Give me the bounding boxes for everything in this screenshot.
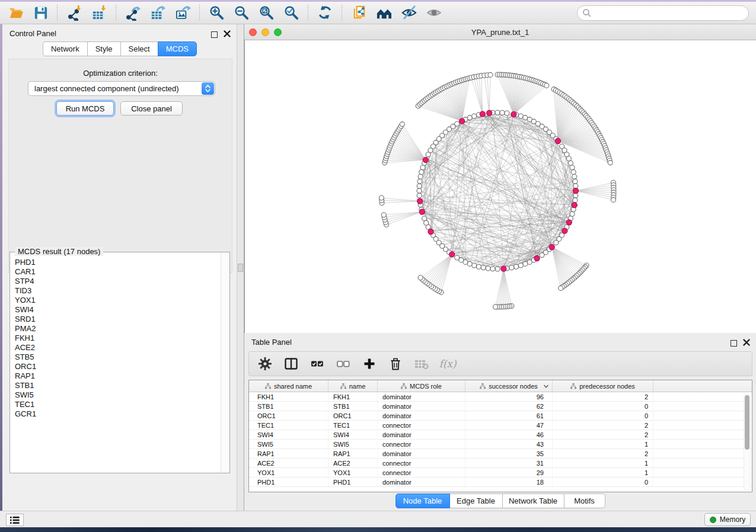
show-all-button[interactable] <box>423 4 444 23</box>
graph-node[interactable] <box>417 184 422 188</box>
graph-node[interactable] <box>540 253 544 258</box>
tab-network-table[interactable]: Network Table <box>502 493 564 508</box>
mcds-result-item[interactable]: ORC1 <box>15 362 221 371</box>
columns-button[interactable] <box>282 355 300 373</box>
table-row[interactable]: ACE2ACE2connector311 <box>249 459 752 468</box>
export-table-button[interactable] <box>147 4 168 23</box>
graph-node[interactable] <box>518 263 523 268</box>
mcds-result-item[interactable]: FKH1 <box>15 334 221 343</box>
float-panel-icon[interactable] <box>211 31 218 38</box>
graph-node[interactable] <box>566 156 571 161</box>
tab-mcds[interactable]: MCDS <box>158 41 197 56</box>
copy-share-button[interactable] <box>348 4 369 23</box>
column-header-predecessor-nodes[interactable]: predecessor nodes <box>553 380 653 392</box>
graph-leaf-node[interactable] <box>493 305 498 309</box>
mcds-result-item[interactable]: YOX1 <box>15 296 221 305</box>
refresh-button[interactable] <box>314 4 336 23</box>
graph-leaf-node[interactable] <box>608 161 613 165</box>
graph-mcds-node[interactable] <box>423 157 428 162</box>
mcds-result-item[interactable]: SRD1 <box>15 315 221 324</box>
graph-node[interactable] <box>509 265 514 270</box>
zoom-out-button[interactable] <box>231 4 252 23</box>
graph-node[interactable] <box>518 114 523 118</box>
graph-node[interactable] <box>573 198 578 203</box>
graph-node[interactable] <box>455 121 460 126</box>
optimization-criterion-select[interactable]: largest connected component (undirected) <box>28 81 215 96</box>
houses-button[interactable] <box>373 4 394 23</box>
graph-leaf-node[interactable] <box>488 72 493 77</box>
graph-node[interactable] <box>476 264 481 269</box>
table-row[interactable]: ORC1ORC1dominator610 <box>249 411 752 421</box>
graph-node[interactable] <box>417 179 422 184</box>
hide-selected-button[interactable] <box>398 4 419 23</box>
graph-mcds-node[interactable] <box>501 266 506 271</box>
graph-leaf-node[interactable] <box>611 197 615 202</box>
graph-leaf-node[interactable] <box>418 275 423 280</box>
node-table[interactable]: shared namenameMCDS rolesuccessor nodesp… <box>248 380 752 492</box>
column-header-MCDS-role[interactable]: MCDS role <box>378 380 465 392</box>
tab-network[interactable]: Network <box>43 41 88 56</box>
mcds-result-item[interactable]: GCR1 <box>15 409 221 419</box>
table-row[interactable]: TEC1TEC1connector472 <box>249 421 752 430</box>
graph-mcds-node[interactable] <box>460 118 465 124</box>
mcds-result-item[interactable]: STB5 <box>15 352 221 362</box>
table-scrollbar[interactable] <box>744 393 751 491</box>
mcds-result-list[interactable]: PHD1CAR1STP4TID3YOX1SWI4SRD1PMA2FKH1ACE2… <box>11 254 221 471</box>
close-panel-button[interactable]: Close panel <box>120 101 183 116</box>
mcds-result-item[interactable]: TEC1 <box>15 400 221 409</box>
mcds-result-item[interactable]: PHD1 <box>15 258 221 267</box>
tab-motifs[interactable]: Motifs <box>564 493 605 508</box>
graph-leaf-node[interactable] <box>400 122 404 127</box>
graph-node[interactable] <box>495 110 500 115</box>
graph-node[interactable] <box>570 211 575 216</box>
graph-node[interactable] <box>455 255 460 260</box>
table-row[interactable]: STB1STB1dominator620 <box>249 402 752 411</box>
column-header-shared-name[interactable]: shared name <box>249 380 328 392</box>
graph-node[interactable] <box>572 174 577 179</box>
mcds-result-item[interactable]: ACE2 <box>15 343 221 352</box>
graph-node[interactable] <box>472 263 477 268</box>
network-view[interactable] <box>244 40 756 333</box>
graph-node[interactable] <box>523 116 528 120</box>
zoom-selected-button[interactable] <box>280 4 302 23</box>
graph-mcds-node[interactable] <box>428 229 433 234</box>
save-button[interactable] <box>30 4 51 23</box>
mcds-result-item[interactable]: SWI5 <box>15 390 221 400</box>
run-mcds-button[interactable]: Run MCDS <box>56 101 114 116</box>
graph-mcds-node[interactable] <box>449 252 455 257</box>
graph-node[interactable] <box>500 110 505 115</box>
graph-node[interactable] <box>505 111 509 116</box>
tab-edge-table[interactable]: Edge Table <box>449 493 503 508</box>
search-input[interactable] <box>577 5 749 21</box>
zoom-in-button[interactable] <box>206 4 227 23</box>
graph-node[interactable] <box>419 169 424 174</box>
graph-node[interactable] <box>571 169 576 174</box>
close-table-panel-icon[interactable] <box>743 338 750 348</box>
graph-mcds-node[interactable] <box>419 209 425 214</box>
graph-mcds-node[interactable] <box>549 244 554 249</box>
select-all-button[interactable] <box>308 355 326 373</box>
tab-style[interactable]: Style <box>87 41 121 56</box>
mcds-result-scrollbar[interactable] <box>221 252 229 473</box>
graph-node[interactable] <box>467 261 472 266</box>
graph-leaf-node[interactable] <box>381 213 386 217</box>
graph-node[interactable] <box>422 216 427 221</box>
import-network-button[interactable] <box>63 4 85 23</box>
graph-node[interactable] <box>573 184 578 188</box>
panel-splitter[interactable] <box>237 24 244 511</box>
deselect-all-button[interactable] <box>334 355 352 373</box>
graph-mcds-node[interactable] <box>534 255 540 261</box>
graph-leaf-node[interactable] <box>379 196 384 200</box>
table-row[interactable]: YOX1YOX1connector291 <box>249 468 752 477</box>
mcds-result-item[interactable]: STB1 <box>15 381 221 390</box>
graph-mcds-node[interactable] <box>480 111 485 117</box>
graph-mcds-node[interactable] <box>555 138 560 143</box>
tab-node-table[interactable]: Node Table <box>395 493 450 508</box>
float-table-panel-icon[interactable] <box>731 340 737 347</box>
export-network-button[interactable] <box>122 4 143 23</box>
graph-mcds-node[interactable] <box>566 220 572 225</box>
network-graph[interactable] <box>245 40 756 333</box>
graph-mcds-node[interactable] <box>487 110 492 116</box>
graph-node[interactable] <box>568 161 573 165</box>
splitter-grip[interactable] <box>238 264 243 272</box>
